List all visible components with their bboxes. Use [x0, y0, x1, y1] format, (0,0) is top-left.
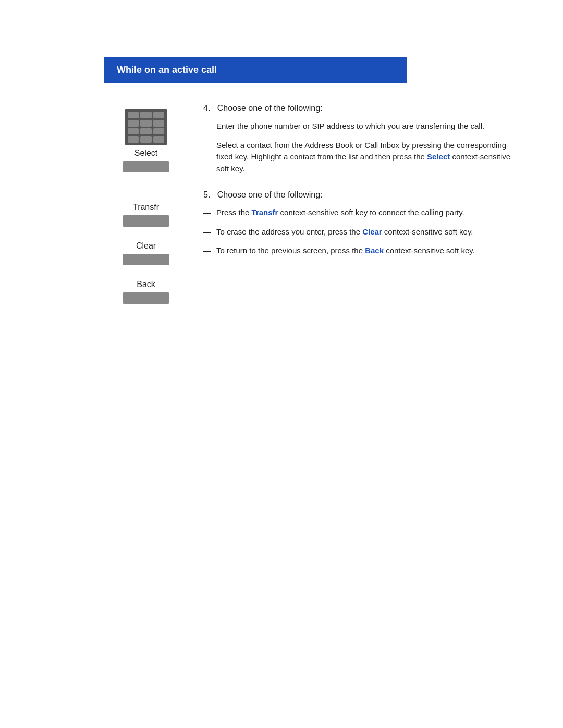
header-title: While on an active call	[117, 65, 217, 75]
transfr-key-group: Transfr	[123, 203, 169, 227]
bullet-text: To erase the address you enter, press th…	[216, 226, 521, 238]
keypad-cell	[153, 128, 164, 135]
select-key-group: Select	[123, 109, 169, 172]
main-content: Select Transfr Clear Back	[104, 104, 521, 318]
clear-link: Clear	[362, 227, 382, 236]
step-5-header: 5. Choose one of the following:	[203, 190, 521, 200]
bullet-text: Enter the phone number or SIP address to…	[216, 120, 521, 132]
keypad-cell	[153, 136, 164, 143]
instructions-column: 4. Choose one of the following: — Enter …	[203, 104, 521, 318]
bullet-item: — Press the Transfr context-sensitive so…	[203, 207, 521, 219]
dash-icon: —	[203, 207, 211, 219]
step-5-number: 5.	[203, 190, 215, 199]
keypad-cell	[140, 120, 151, 127]
transfr-softkey[interactable]	[123, 215, 169, 227]
bullet-item: — To erase the address you enter, press …	[203, 226, 521, 238]
dash-icon: —	[203, 226, 211, 238]
header-banner: While on an active call	[104, 57, 407, 83]
keypad-cell	[128, 136, 139, 143]
dash-icon: —	[203, 140, 211, 175]
select-softkey[interactable]	[123, 161, 169, 172]
clear-softkey[interactable]	[123, 254, 169, 265]
keypad-cell	[153, 120, 164, 127]
step-4-intro: Choose one of the following:	[217, 104, 323, 113]
keypad-cell	[140, 136, 151, 143]
back-softkey[interactable]	[123, 292, 169, 304]
keys-column: Select Transfr Clear Back	[104, 104, 188, 318]
step-4-section: 4. Choose one of the following: — Enter …	[203, 104, 521, 175]
select-link: Select	[427, 152, 450, 161]
step-4-number: 4.	[203, 104, 215, 113]
transfr-link: Transfr	[252, 208, 278, 217]
keypad-cell	[128, 112, 139, 118]
bullet-text: Select a contact from the Address Book o…	[216, 140, 521, 175]
keypad-cell	[128, 128, 139, 135]
keypad-cell	[140, 112, 151, 118]
bullet-item: — Select a contact from the Address Book…	[203, 140, 521, 175]
bullet-text: Press the Transfr context-sensitive soft…	[216, 207, 521, 219]
keypad-cell	[153, 112, 164, 118]
step-4-header: 4. Choose one of the following:	[203, 104, 521, 113]
clear-key-group: Clear	[123, 241, 169, 265]
step-5-section: 5. Choose one of the following: — Press …	[203, 190, 521, 257]
dash-icon: —	[203, 245, 211, 257]
back-key-group: Back	[123, 280, 169, 304]
select-label: Select	[134, 149, 157, 158]
keypad-cell	[128, 120, 139, 127]
page-container: While on an active call	[0, 57, 563, 728]
keypad-grid	[125, 109, 167, 145]
transfr-label: Transfr	[133, 203, 159, 212]
dash-icon: —	[203, 120, 211, 132]
step-5-bullets: — Press the Transfr context-sensitive so…	[203, 207, 521, 257]
step-4-bullets: — Enter the phone number or SIP address …	[203, 120, 521, 175]
keypad-cell	[140, 128, 151, 135]
step-5-intro: Choose one of the following:	[217, 190, 323, 199]
back-label: Back	[137, 280, 155, 289]
bullet-item: — Enter the phone number or SIP address …	[203, 120, 521, 132]
bullet-text: To return to the previous screen, press …	[216, 245, 521, 257]
clear-label: Clear	[136, 241, 156, 251]
bullet-item: — To return to the previous screen, pres…	[203, 245, 521, 257]
back-link: Back	[365, 246, 384, 255]
